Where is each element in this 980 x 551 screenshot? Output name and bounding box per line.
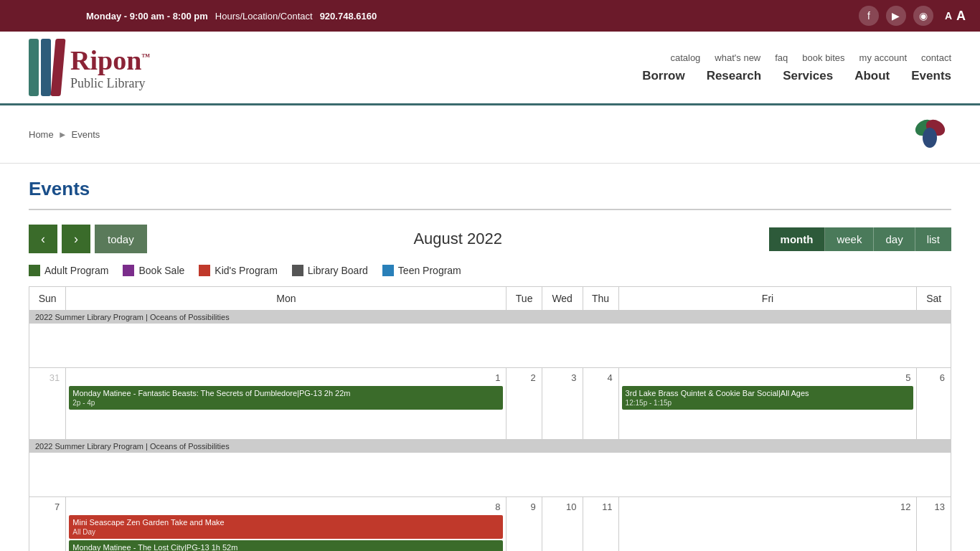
logo-tm: ™ (141, 52, 150, 62)
month-title: August 2022 (413, 230, 502, 248)
cell-aug2: 2 (507, 368, 542, 440)
legend-teen-dot (382, 265, 394, 276)
cell-aug13: 13 (917, 497, 951, 552)
calendar-table: Sun Mon Tue Wed Thu Fri Sat 2022 Summer … (29, 286, 951, 551)
nav-borrow[interactable]: Borrow (642, 69, 685, 83)
svg-point-2 (923, 128, 937, 148)
legend-book-sale-dot (123, 265, 134, 276)
col-tue: Tue (507, 287, 542, 311)
event-time: 2p - 4p (72, 398, 499, 408)
social-icons: f ▶ ◉ (859, 6, 933, 26)
nav-book-bites[interactable]: book bites (802, 52, 844, 63)
event-title: Mini Seascape Zen Garden Take and Make (72, 517, 499, 527)
col-fri: Fri (618, 287, 917, 311)
header: Ripon™ Public Library catalog what's new… (0, 32, 980, 105)
facebook-icon[interactable]: f (859, 6, 879, 26)
breadcrumb-home[interactable]: Home (29, 129, 54, 140)
week2-dates-row: 7 8 Mini Seascape Zen Garden Take and Ma… (29, 497, 951, 552)
breadcrumb: Home ► Events (29, 129, 100, 140)
breadcrumb-separator: ► (58, 129, 67, 140)
col-mon: Mon (66, 287, 507, 311)
cell-aug8[interactable]: 8 Mini Seascape Zen Garden Take and Make… (66, 497, 507, 552)
youtube-icon[interactable]: ▶ (886, 6, 906, 26)
date-8: 8 (69, 500, 503, 514)
instagram-icon[interactable]: ◉ (913, 6, 933, 26)
cell-aug5[interactable]: 5 3rd Lake Brass Quintet & Cookie Bar So… (618, 368, 917, 440)
logo-stripe-blue (41, 39, 51, 96)
logo-text-area: Ripon™ Public Library (70, 44, 150, 91)
cell-aug12: 12 (618, 497, 917, 552)
date-7: 7 (32, 500, 62, 514)
legend-book-sale-label: Book Sale (138, 265, 184, 276)
today-button[interactable]: today (95, 225, 147, 253)
calendar-controls: ‹ › today August 2022 month week day lis… (29, 225, 951, 253)
cell-aug10: 10 (542, 497, 583, 552)
view-list[interactable]: list (915, 227, 951, 251)
legend-library-board: Library Board (292, 265, 368, 276)
logo-name: Ripon™ (70, 44, 150, 76)
nav-faq[interactable]: faq (775, 52, 788, 63)
date-9: 9 (509, 500, 538, 514)
week2-banner[interactable]: 2022 Summer Library Program | Oceans of … (29, 440, 951, 453)
date-12: 12 (622, 500, 914, 514)
cell-aug11: 11 (583, 497, 618, 552)
event-monday-matinee-1[interactable]: Monday Matinee - Fantastic Beasts: The S… (69, 386, 503, 410)
cell-aug1[interactable]: 1 Monday Matinee - Fantastic Beasts: The… (66, 368, 507, 440)
date-10: 10 (545, 500, 580, 514)
legend-library-board-dot (292, 265, 303, 276)
date-2: 2 (509, 371, 538, 385)
nav-whats-new[interactable]: what's new (715, 52, 760, 63)
event-zen-garden[interactable]: Mini Seascape Zen Garden Take and Make A… (69, 515, 503, 539)
nav-catalog[interactable]: catalog (670, 52, 700, 63)
view-week[interactable]: week (825, 227, 874, 251)
col-sun: Sun (29, 287, 66, 311)
top-bar: Monday - 9:00 am - 8:00 pm Hours/Locatio… (0, 0, 980, 32)
view-buttons: month week day list (769, 227, 951, 251)
logo-subtitle: Public Library (70, 76, 150, 91)
date-3: 3 (545, 371, 580, 385)
legend-adult-dot (29, 265, 40, 276)
col-sat: Sat (917, 287, 951, 311)
nav-about[interactable]: About (854, 69, 890, 83)
font-small-btn[interactable]: A (945, 10, 952, 22)
prev-button[interactable]: ‹ (29, 225, 57, 253)
cal-nav: ‹ › today (29, 225, 147, 253)
view-month[interactable]: month (769, 227, 826, 251)
legend-teen: Teen Program (382, 265, 461, 276)
next-button[interactable]: › (62, 225, 90, 253)
cell-aug3: 3 (542, 368, 583, 440)
hours-link[interactable]: Hours/Location/Contact (215, 11, 313, 22)
main-content: Events ‹ › today August 2022 month week … (0, 164, 980, 551)
week1-banner-cell: 2022 Summer Library Program | Oceans of … (29, 311, 951, 368)
legend-kids: Kid's Program (199, 265, 277, 276)
nav-my-account[interactable]: my account (859, 52, 907, 63)
top-bar-info: Monday - 9:00 am - 8:00 pm Hours/Locatio… (86, 11, 377, 22)
phone-text: 920.748.6160 (320, 11, 377, 22)
week1-banner-row: 2022 Summer Library Program | Oceans of … (29, 311, 951, 368)
nav-events[interactable]: Events (911, 69, 951, 83)
legend-kids-label: Kid's Program (215, 265, 277, 276)
logo-stripe-green (29, 39, 39, 96)
nav-research[interactable]: Research (707, 69, 762, 83)
legend-teen-label: Teen Program (398, 265, 461, 276)
calendar-header-row: Sun Mon Tue Wed Thu Fri Sat (29, 287, 951, 311)
logo-icon (29, 39, 63, 96)
cell-aug7: 7 (29, 497, 66, 552)
week1-banner[interactable]: 2022 Summer Library Program | Oceans of … (29, 311, 951, 324)
schedule-text: Monday - 9:00 am - 8:00 pm (86, 11, 208, 22)
event-monday-matinee-2[interactable]: Monday Matinee - The Lost City|PG-13 1h … (69, 540, 503, 551)
event-brass-quintet[interactable]: 3rd Lake Brass Quintet & Cookie Bar Soci… (622, 386, 914, 410)
font-large-btn[interactable]: A (956, 9, 966, 24)
legend-adult-label: Adult Program (44, 265, 108, 276)
event-title: Monday Matinee - The Lost City|PG-13 1h … (72, 542, 499, 551)
nav-contact[interactable]: contact (921, 52, 951, 63)
nav-services[interactable]: Services (783, 69, 833, 83)
nav-area: catalog what's new faq book bites my acc… (642, 52, 951, 83)
cell-aug9: 9 (507, 497, 542, 552)
font-size-controls: A A (945, 9, 966, 24)
legend-library-board-label: Library Board (308, 265, 368, 276)
view-day[interactable]: day (874, 227, 915, 251)
event-time: All Day (72, 527, 499, 537)
week2-banner-cell: 2022 Summer Library Program | Oceans of … (29, 440, 951, 497)
col-thu: Thu (583, 287, 618, 311)
